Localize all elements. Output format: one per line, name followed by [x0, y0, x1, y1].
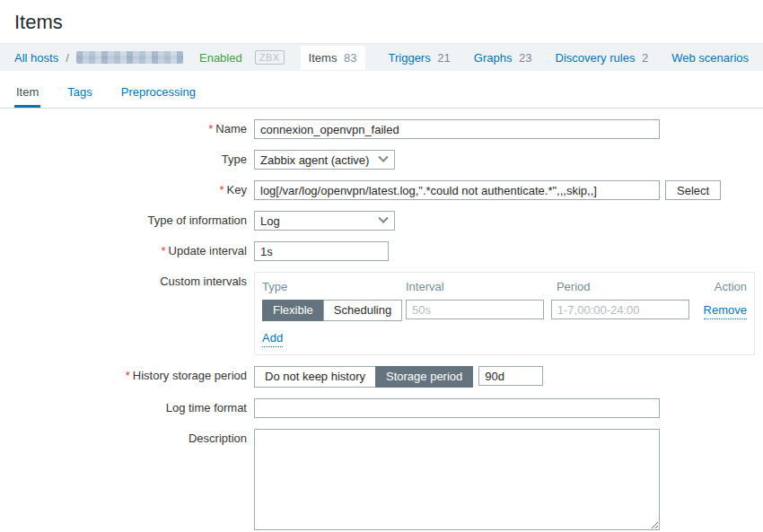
key-label-text: Key: [227, 183, 247, 196]
ci-header-action: Action: [707, 280, 747, 300]
key-label: *Key: [0, 180, 254, 200]
history-storage-period-label: *History storage period: [0, 366, 254, 386]
breadcrumb-all-hosts-link[interactable]: All hosts: [14, 51, 58, 65]
ci-header-period: Period: [557, 280, 700, 300]
required-mark: *: [126, 369, 130, 382]
log-time-format-input[interactable]: [254, 398, 660, 418]
key-row: *Key Select: [0, 180, 763, 200]
breadcrumb-separator: /: [66, 51, 69, 65]
history-do-not-keep-button[interactable]: Do not keep history: [254, 366, 376, 388]
description-row: Description: [0, 429, 763, 530]
description-label-text: Description: [189, 432, 247, 445]
host-nav-items-label: Items: [309, 51, 338, 65]
chevron-down-icon: [378, 153, 388, 162]
host-nav-web-scenarios-label: Web scenarios: [671, 51, 749, 65]
history-toggle: Do not keep history Storage period: [254, 366, 473, 388]
host-status-enabled[interactable]: Enabled: [199, 51, 242, 65]
custom-intervals-box: Type Interval Period Action Flexible Sch…: [254, 272, 755, 355]
ci-interval-input[interactable]: [406, 300, 544, 319]
ci-interval-cell: [406, 300, 544, 321]
chevron-down-icon: [378, 214, 388, 223]
type-label-text: Type: [222, 153, 247, 166]
ci-scheduling-button[interactable]: Scheduling: [323, 300, 402, 321]
tab-tags[interactable]: Tags: [66, 76, 93, 108]
name-input[interactable]: [254, 119, 660, 139]
host-nav-items[interactable]: Items 83: [301, 46, 365, 70]
host-nav: Items 83 Triggers 21 Graphs 23 Discovery…: [301, 46, 749, 70]
key-select-button[interactable]: Select: [665, 180, 721, 200]
host-nav-items-count: 83: [344, 51, 356, 65]
host-nav-triggers-label: Triggers: [389, 51, 431, 65]
update-interval-label: *Update interval: [0, 241, 254, 261]
type-of-information-select-value: Log: [260, 214, 280, 228]
host-nav-graphs-label: Graphs: [474, 51, 513, 65]
type-select-value: Zabbix agent (active): [260, 153, 369, 167]
custom-intervals-label: Custom intervals: [0, 272, 254, 292]
history-storage-period-row: *History storage period Do not keep hist…: [0, 366, 763, 388]
ci-action-cell: Remove: [697, 300, 747, 321]
tab-item[interactable]: Item: [14, 76, 40, 108]
ci-header-type: Type: [262, 280, 399, 300]
host-nav-discovery-rules-label: Discovery rules: [556, 51, 636, 65]
type-of-information-label: Type of information: [0, 211, 254, 231]
zbx-agent-badge: ZBX: [255, 50, 285, 65]
custom-intervals-row: Custom intervals Type Interval Period Ac…: [0, 272, 763, 355]
host-nav-triggers-count: 21: [437, 51, 450, 65]
log-time-format-label-text: Log time format: [166, 401, 247, 414]
custom-interval-row: Flexible Scheduling Remove: [262, 300, 747, 321]
host-nav-graphs[interactable]: Graphs 23: [474, 51, 532, 65]
ci-period-cell: [551, 300, 689, 321]
required-mark: *: [161, 244, 165, 257]
host-nav-triggers[interactable]: Triggers 21: [389, 51, 451, 65]
key-input[interactable]: [254, 180, 660, 200]
update-interval-row: *Update interval: [0, 241, 763, 261]
log-time-format-label: Log time format: [0, 398, 254, 418]
ci-add-row: Add: [262, 330, 747, 347]
update-interval-input[interactable]: [254, 241, 389, 261]
ci-type-toggle: Flexible Scheduling: [262, 300, 399, 321]
history-storage-period-input[interactable]: [478, 366, 543, 386]
host-nav-web-scenarios[interactable]: Web scenarios: [671, 51, 749, 65]
custom-intervals-headers: Type Interval Period Action: [262, 280, 747, 300]
name-row: *Name: [0, 119, 763, 139]
history-storage-period-button[interactable]: Storage period: [375, 366, 473, 388]
type-of-information-label-text: Type of information: [147, 214, 247, 227]
ci-period-input[interactable]: [551, 300, 689, 319]
required-mark: *: [208, 122, 213, 135]
required-mark: *: [220, 183, 224, 196]
type-of-information-row: Type of information Log: [0, 211, 763, 231]
name-label-text: Name: [215, 122, 247, 135]
form-tabs: Item Tags Preprocessing: [0, 76, 763, 109]
tab-preprocessing[interactable]: Preprocessing: [119, 76, 197, 108]
log-time-format-row: Log time format: [0, 398, 763, 418]
ci-type-segmented: Flexible Scheduling: [262, 300, 402, 321]
description-label: Description: [0, 429, 254, 449]
ci-flexible-button[interactable]: Flexible: [262, 300, 324, 321]
host-name-redacted: [76, 51, 183, 64]
host-nav-discovery-rules[interactable]: Discovery rules 2: [556, 51, 649, 65]
custom-intervals-label-text: Custom intervals: [160, 275, 247, 288]
host-nav-graphs-count: 23: [519, 51, 531, 65]
item-form: *Name Type Zabbix agent (active) *Key Se…: [0, 109, 763, 532]
type-label: Type: [0, 150, 254, 170]
host-nav-discovery-rules-count: 2: [642, 51, 648, 65]
description-textarea[interactable]: [254, 429, 660, 530]
name-label: *Name: [0, 119, 254, 139]
type-row: Type Zabbix agent (active): [0, 150, 763, 170]
ci-header-interval: Interval: [406, 280, 549, 300]
page-title: Items: [0, 0, 763, 43]
type-select[interactable]: Zabbix agent (active): [254, 150, 395, 170]
type-of-information-select[interactable]: Log: [254, 211, 395, 231]
update-interval-label-text: Update interval: [169, 244, 247, 257]
breadcrumb: All hosts / Enabled ZBX Items 83 Trigger…: [0, 43, 763, 71]
ci-remove-link[interactable]: Remove: [704, 302, 747, 319]
history-storage-period-label-text: History storage period: [133, 369, 247, 382]
ci-add-link[interactable]: Add: [262, 330, 283, 347]
